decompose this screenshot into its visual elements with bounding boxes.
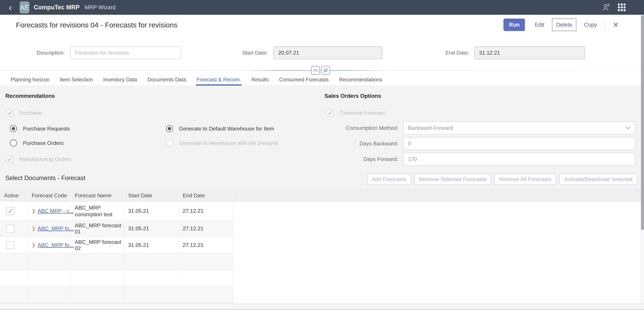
tab-forecast-recom[interactable]: Forecast & Recom.	[196, 75, 241, 86]
back-icon[interactable]: ‹	[9, 1, 12, 14]
start-date-cell: 31.05.21	[128, 208, 149, 214]
tab-consumed-forecasts[interactable]: Consumed Forecasts	[279, 75, 329, 86]
documents-toolbar: Add Forecasts Remove Selected Forecasts …	[367, 173, 637, 185]
forecast-name-cell: ABC_MRP forecast 01	[75, 222, 124, 235]
tab-results[interactable]: Results	[252, 75, 269, 86]
generate-default-warehouse-label: Generate to Default Warehouse for Item	[179, 126, 274, 132]
consumption-method-value: Backward-Forward	[408, 125, 453, 131]
consumption-method-label: Consumption Method:	[336, 122, 398, 134]
remove-all-forecasts-button[interactable]: Remove All Forecasts	[494, 173, 556, 185]
recommendations-heading: Recommendations	[5, 93, 55, 99]
end-date-cell: 27.12.21	[183, 225, 204, 232]
shell-bar: ‹ AE CompuTec MRP MRP Wizard	[0, 0, 644, 15]
end-date-input[interactable]	[474, 46, 585, 59]
column-header-active[interactable]: Active	[0, 189, 28, 202]
end-date-cell: 27.12.21	[183, 242, 204, 248]
start-date-label: Start Date:	[232, 46, 268, 59]
forecast-name-cell: ABC_MRP forecast 02	[75, 239, 124, 251]
activate-deactivate-selected-button[interactable]: Activate/Deactivate Selected	[560, 173, 637, 185]
forecast-code-link[interactable]: ABC_MRP fo...	[38, 225, 74, 232]
generate-demand-warehouse-label: Generate to Warehouse with the Demand	[179, 140, 278, 146]
close-icon[interactable]: ✕	[612, 21, 620, 29]
purchase-orders-radio[interactable]	[10, 140, 17, 147]
start-date-cell: 31.05.21	[128, 242, 149, 248]
days-backward-label: Days Backward:	[336, 137, 398, 150]
column-header-filler	[233, 189, 644, 202]
manufacturing-orders-checkbox-row: Manufacturing Orders	[6, 155, 71, 163]
table-row: ❯ ABC_MRP fo... ABC_MRP forecast 02 31.0…	[0, 237, 644, 254]
app-launcher-icon[interactable]	[618, 3, 626, 11]
page-title: Forecasts for revisions 04 - Forecasts f…	[16, 21, 178, 29]
vertical-scrollbar[interactable]	[641, 15, 644, 303]
end-date-cell: 27.12.21	[183, 208, 204, 214]
manufacturing-orders-checkbox[interactable]	[6, 155, 13, 163]
app-subtitle: MRP Wizard	[85, 4, 116, 10]
empty-table-row	[0, 287, 644, 303]
forecast-table-header: Active Forecast Code Forecast Name Start…	[0, 189, 644, 202]
purchase-checkbox[interactable]	[6, 109, 13, 116]
empty-table-row	[0, 254, 644, 270]
collapse-header-button[interactable]	[311, 66, 320, 75]
expand-row-icon[interactable]: ❯	[32, 208, 36, 214]
vertical-scrollbar-thumb[interactable]	[641, 15, 644, 230]
forecast-code-link[interactable]: ABC_MRP fo...	[38, 242, 74, 248]
manufacturing-orders-label: Manufacturing Orders	[19, 156, 71, 162]
edit-button[interactable]: Edit	[534, 22, 545, 28]
tab-planning-horizon[interactable]: Planning horizon	[11, 75, 50, 86]
expand-row-icon[interactable]: ❯	[32, 243, 36, 248]
tab-bar: Planning horizon Item Selection Inventor…	[0, 75, 644, 86]
column-header-forecast-code[interactable]: Forecast Code	[28, 189, 71, 202]
header-actions: Run Edit Delete Copy ✕	[504, 18, 620, 31]
days-forward-input[interactable]	[403, 153, 635, 165]
generate-default-warehouse-radio[interactable]	[166, 125, 173, 132]
column-header-end-date[interactable]: End Date	[178, 189, 233, 202]
column-header-start-date[interactable]: Start Date	[124, 189, 178, 202]
forecast-code-link[interactable]: ABC MRP - c...	[38, 208, 74, 214]
tab-inventory-data[interactable]: Inventory Data	[103, 75, 137, 86]
app-logo-text: AE	[20, 4, 29, 11]
start-date-input[interactable]	[274, 46, 382, 59]
purchase-checkbox-row: Purchase	[6, 109, 42, 117]
mrp-wizard-page: ‹ AE CompuTec MRP MRP Wizard Forecasts f…	[0, 0, 644, 310]
expand-row-icon[interactable]: ❯	[32, 226, 36, 231]
row-active-checkbox[interactable]	[6, 207, 14, 215]
generate-default-warehouse-radio-row: Generate to Default Warehouse for Item	[166, 124, 274, 133]
purchase-label: Purchase	[19, 110, 42, 116]
purchase-orders-label: Purchase Orders	[23, 140, 64, 146]
description-label: Description:	[16, 46, 65, 59]
purchase-requests-label: Purchase Requests	[23, 126, 70, 132]
chevron-down-icon	[626, 127, 630, 130]
end-date-label: End Date:	[434, 46, 469, 59]
purchase-requests-radio[interactable]	[10, 125, 17, 132]
select-documents-heading: Select Documents - Forecast	[5, 174, 85, 181]
consume-forecast-checkbox[interactable]	[326, 109, 334, 116]
chevron-up-icon	[313, 68, 318, 72]
tab-item-selection[interactable]: Item Selection	[60, 75, 93, 86]
pin-header-button[interactable]	[321, 66, 330, 75]
header-form: Description: Start Date: End Date:	[0, 46, 644, 59]
app-logo[interactable]: AE	[20, 1, 29, 13]
actions-divider	[605, 20, 605, 30]
run-button[interactable]: Run	[504, 18, 525, 31]
row-active-checkbox[interactable]	[6, 241, 14, 249]
column-header-forecast-name[interactable]: Forecast Name	[71, 189, 124, 202]
sales-orders-options-heading: Sales Orders Options	[324, 93, 381, 99]
tab-recommendations[interactable]: Recommendations	[339, 75, 382, 86]
consume-forecast-label: Consume Forecast	[340, 110, 385, 116]
forecast-name-cell: ABC_MRP consmption test	[75, 204, 124, 218]
add-forecasts-button[interactable]: Add Forecasts	[367, 173, 411, 185]
generate-demand-warehouse-radio[interactable]	[166, 140, 173, 147]
delete-button[interactable]: Delete	[552, 18, 576, 31]
row-active-checkbox[interactable]	[6, 225, 14, 233]
remove-selected-forecasts-button[interactable]: Remove Selected Forecasts	[414, 173, 491, 185]
generate-demand-warehouse-radio-row: Generate to Warehouse with the Demand	[166, 139, 278, 147]
consumption-method-select[interactable]: Backward-Forward	[403, 122, 635, 134]
user-menu-icon[interactable]	[602, 3, 610, 11]
days-forward-label: Days Forward:	[336, 153, 398, 165]
horizontal-scrollbar[interactable]	[0, 303, 644, 310]
days-backward-input[interactable]	[403, 137, 635, 150]
description-input[interactable]	[70, 46, 181, 59]
copy-button[interactable]: Copy	[583, 22, 598, 28]
purchase-requests-radio-row: Purchase Requests	[10, 124, 70, 133]
tab-documents-data[interactable]: Documents Data	[148, 75, 186, 86]
